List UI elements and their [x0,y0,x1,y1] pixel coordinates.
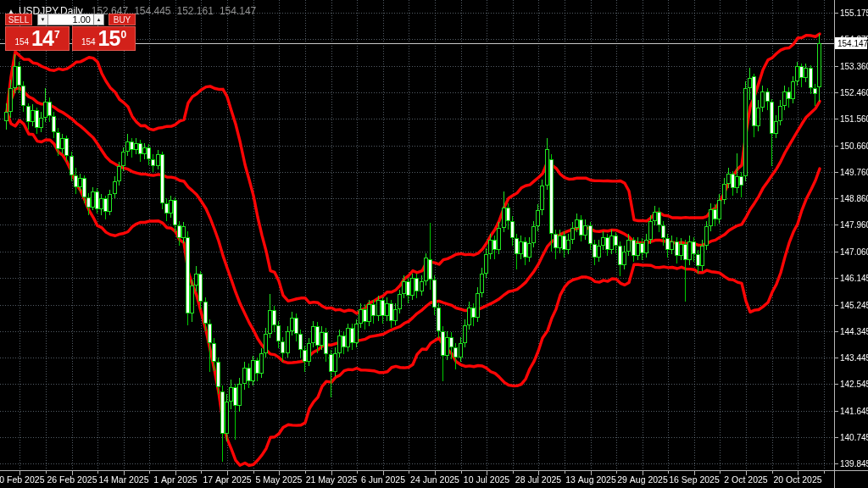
buy-price-figure: 154 [81,37,96,47]
ohlc-high: 154.445 [134,5,170,17]
chart-window: ▲ USDJPY,Daily 152.647 154.445 152.161 1… [0,0,868,488]
sell-price-figure: 154 [14,37,29,47]
buy-quote-tile[interactable]: 154 15 0 [72,26,136,51]
volume-input[interactable]: 1.00 [48,14,93,25]
price-chart-canvas[interactable] [0,0,868,488]
volume-decrement-button[interactable]: ▼ [37,14,48,25]
buy-price-pips: 15 [98,28,120,49]
ohlc-low: 152.161 [177,5,214,17]
volume-increment-button[interactable]: ▲ [93,14,104,25]
sell-button[interactable]: SELL [5,14,32,25]
buy-button[interactable]: BUY [108,14,136,25]
sell-price-pip-fraction: 7 [54,29,60,41]
sell-quote-tile[interactable]: 154 14 7 [5,26,70,51]
sell-price-pips: 14 [31,28,53,49]
one-click-trading-panel: SELL ▼ 1.00 ▲ BUY 154 14 7 154 15 0 [5,14,136,51]
buy-price-pip-fraction: 0 [120,29,126,41]
ohlc-close: 154.147 [220,5,256,17]
